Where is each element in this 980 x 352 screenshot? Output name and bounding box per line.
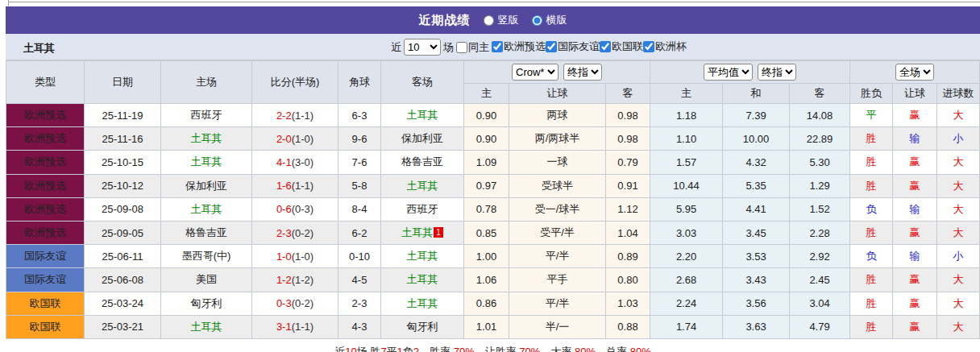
handicap-away-odds: 1.04 [606,221,650,244]
handicap-line: 两球 [509,104,606,127]
euro-draw-odds: 3.53 [723,245,790,268]
result-outcome: 负 [850,197,893,221]
horizontal-layout-radio[interactable] [532,15,542,26]
handicap-away-odds: 0.98 [606,104,650,127]
layout-vertical-option[interactable]: 竖版 [484,13,519,27]
result-handicap: 赢 [893,174,937,197]
result-goals: 大 [937,292,980,315]
result-outcome: 胜 [850,292,893,315]
handicap-away-odds: 0.79 [606,151,650,174]
handicap-line: 平/半 [509,245,606,268]
handicap-line: 平/半 [509,292,606,315]
near-label: 近 [391,40,401,55]
euro-final-index-select[interactable]: 终指 [758,64,796,81]
layout-horizontal-option[interactable]: 横版 [532,13,567,27]
filter-controls: 近 10 场 同主 欧洲预选国际友谊欧国联欧洲杯 [391,38,687,56]
handicap-final-index-select[interactable]: 终指 [563,64,602,81]
euro-away-odds: 22.89 [790,127,850,151]
summary-text-part: 近 [334,346,345,352]
handicap-home-odds: 0.86 [464,292,509,315]
result-outcome: 胜 [850,127,893,151]
same-home-checkbox[interactable] [456,42,467,53]
competition-filter-option[interactable]: 欧洲预选 [492,39,546,54]
competition-label: 国际友谊 [558,39,600,54]
competition-checkbox[interactable] [546,41,557,52]
result-outcome: 负 [850,245,893,268]
competition-checkbox[interactable] [492,41,503,52]
match-date: 25-09-05 [85,221,161,244]
home-team: 土耳其 [161,197,252,221]
result-handicap: 赢 [893,221,937,244]
competition-filter-option[interactable]: 欧洲杯 [643,39,687,54]
handicap-home-odds: 1.00 [464,245,509,268]
euro-home-odds: 1.57 [650,151,723,174]
panel-title: 近期战绩 [419,13,471,28]
result-goals: 小 [937,245,980,268]
corner-score: 8-4 [338,197,381,221]
euro-away-odds: 3.04 [790,292,850,315]
competition-filter-option[interactable]: 欧国联 [600,39,643,54]
table-row: 欧国联25-03-24匈牙利0-3(0-2)2-3土耳其0.86平/半1.032… [6,292,980,315]
handicap-line: 受一/球半 [509,197,606,221]
match-date: 25-11-19 [85,104,161,127]
half-time-score: (1-1) [292,321,314,333]
full-time-score: 1-0 [276,251,292,263]
result-outcome: 胜 [850,221,893,244]
competition-badge: 欧国联 [6,292,85,315]
full-time-score: 0-3 [276,297,292,309]
competition-checkbox[interactable] [643,41,654,52]
euro-away-odds: 1.52 [790,197,850,221]
match-score: 2-2(1-1) [252,104,338,127]
match-date: 25-03-21 [85,315,161,338]
result-outcome: 胜 [850,268,893,292]
euro-draw-odds: 7.39 [723,104,790,127]
result-goals: 小 [937,127,980,151]
summary-text-part: ，胜率 [419,346,454,352]
summary-text-part: ，大率 [540,346,575,352]
match-score: 1-6(1-1) [252,174,338,197]
handicap-away-odds: 0.80 [606,268,650,292]
euro-away-odds: 5.30 [790,151,850,174]
match-count-select[interactable]: 10 [404,39,441,56]
handicap-line: 两/两球半 [509,127,606,151]
competition-checkbox[interactable] [600,41,611,52]
competition-filter-option[interactable]: 国际友谊 [546,39,600,54]
euro-away-odds: 1.29 [790,174,850,197]
result-goals: 大 [937,315,980,338]
euro-away-odds: 2.28 [790,221,850,244]
competition-badge: 欧洲预选 [6,104,85,127]
col-header-result: 胜负 [850,84,893,104]
euro-draw-odds: 5.35 [723,174,790,197]
competition-badge: 欧国联 [6,315,85,338]
handicap-home-odds: 1.09 [464,151,509,174]
summary-text-part: 10 [345,346,356,352]
bookmaker-select[interactable]: Crow* [512,64,559,81]
result-outcome: 胜 [850,315,893,338]
table-row: 国际友谊25-06-08美国1-2(1-2)4-5土耳其1.06平手0.802.… [6,268,980,292]
summary-text-part: ，让胜率 [475,346,520,352]
result-goals: 大 [937,268,980,292]
result-outcome: 平 [850,104,893,127]
vertical-layout-radio[interactable] [484,15,494,26]
handicap-home-odds: 0.78 [464,197,509,221]
match-score: 4-1(3-0) [252,151,338,174]
col-header-handicap-line: 让球 [509,84,606,104]
half-time-score: (1-0) [292,251,314,263]
euro-home-odds: 2.68 [650,268,723,292]
col-header-euro-draw: 和 [723,84,790,104]
average-select[interactable]: 平均值 [704,64,753,81]
euro-home-odds: 2.20 [650,245,723,268]
half-time-score: (1-0) [292,133,314,145]
away-team: 土耳其1 [381,221,464,244]
home-team: 格鲁吉亚 [161,221,252,244]
euro-home-odds: 1.18 [650,104,723,127]
summary-text-part: 负 [403,346,413,352]
result-goals: 大 [937,174,980,197]
result-handicap: 输 [893,197,937,221]
competition-badge: 欧洲预选 [6,221,85,244]
full-time-score: 1-6 [276,180,292,192]
scope-select[interactable]: 全场 [895,64,934,81]
result-handicap: 输 [893,127,937,151]
competition-badge: 欧洲预选 [6,151,85,174]
same-home-option[interactable]: 同主 [456,40,489,55]
